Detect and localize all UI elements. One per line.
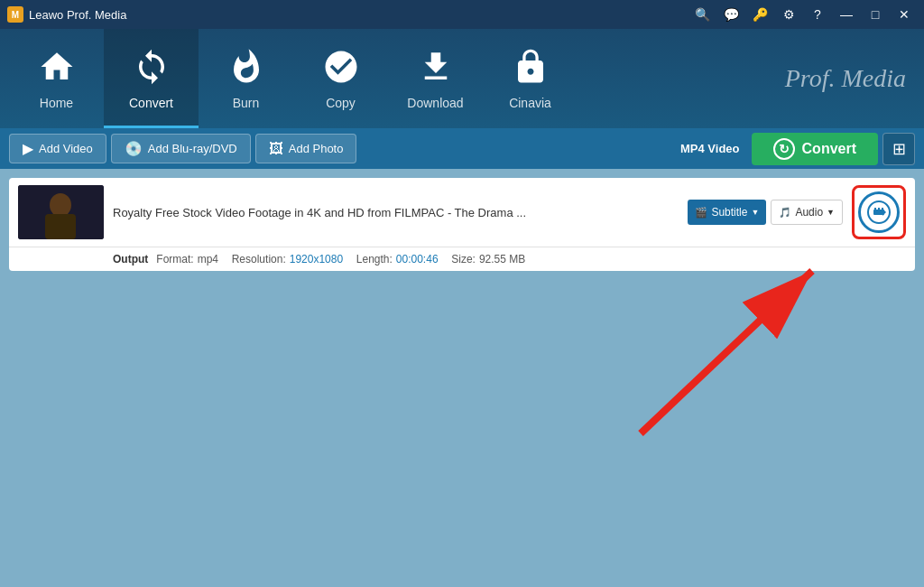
annotation-arrow xyxy=(614,244,866,443)
audio-label: Audio xyxy=(795,206,823,219)
convert-button[interactable]: ↻ Convert xyxy=(752,133,878,165)
nav-label-convert: Convert xyxy=(129,96,173,110)
key-btn[interactable]: 🔑 xyxy=(747,5,772,24)
format-value: mp4 xyxy=(198,253,218,266)
format-label: Format: xyxy=(156,253,193,266)
video-item: Royalty Free Stock Video Footage in 4K a… xyxy=(9,178,915,271)
layout-button[interactable]: ⊞ xyxy=(882,133,915,165)
audio-dropdown[interactable]: 🎵 Audio ▼ xyxy=(771,200,843,225)
burn-icon xyxy=(225,45,268,89)
nav-label-home: Home xyxy=(40,96,73,110)
audio-icon: 🎵 xyxy=(779,207,791,219)
window-controls: 🔍 💬 🔑 ⚙ ? — □ ✕ xyxy=(689,5,917,24)
nav-label-cinavia: Cinavia xyxy=(509,96,551,110)
subtitle-dropdown[interactable]: 🎬 Subtitle ▼ xyxy=(688,200,766,225)
svg-rect-2 xyxy=(45,214,76,239)
settings-btn[interactable]: ⚙ xyxy=(776,5,801,24)
resolution-label: Resolution: xyxy=(232,253,286,266)
app-title: Leawo Prof. Media xyxy=(29,8,126,22)
output-label: Output xyxy=(113,253,148,266)
convert-spin-icon: ↻ xyxy=(773,138,795,160)
video-item-top: Royalty Free Stock Video Footage in 4K a… xyxy=(9,178,915,247)
convert-label: Convert xyxy=(802,141,856,157)
home-icon xyxy=(35,45,79,89)
subtitle-label: Subtitle xyxy=(711,206,747,219)
svg-point-1 xyxy=(50,193,71,217)
video-thumbnail xyxy=(18,185,104,239)
subtitle-chevron-icon: ▼ xyxy=(751,208,759,217)
nav-item-burn[interactable]: Burn xyxy=(199,29,293,128)
size-label: Size: xyxy=(451,253,476,266)
search-btn[interactable]: 🔍 xyxy=(689,5,715,24)
top-nav: Home Convert Burn Copy xyxy=(0,29,924,128)
svg-line-10 xyxy=(641,271,812,433)
help-btn[interactable]: ? xyxy=(805,5,830,24)
chat-btn[interactable]: 💬 xyxy=(718,5,744,24)
add-photo-button[interactable]: 🖼 Add Photo xyxy=(255,134,357,163)
video-title: Royalty Free Stock Video Footage in 4K a… xyxy=(113,206,688,219)
add-video-icon: ▶ xyxy=(23,140,33,157)
nav-item-copy[interactable]: Copy xyxy=(293,29,388,128)
convert-icon xyxy=(130,45,173,89)
nav-item-home[interactable]: Home xyxy=(9,29,104,128)
size-value: 92.55 MB xyxy=(479,253,525,266)
format-display: MP4 Video xyxy=(680,142,740,155)
thumb-inner xyxy=(18,185,104,239)
maximize-btn[interactable]: □ xyxy=(863,5,888,24)
cinavia-icon xyxy=(509,45,552,89)
add-bluray-label: Add Blu-ray/DVD xyxy=(148,142,237,155)
add-video-button[interactable]: ▶ Add Video xyxy=(9,134,106,163)
edit-icon xyxy=(858,191,900,233)
nav-item-download[interactable]: Download xyxy=(388,29,483,128)
nav-label-burn: Burn xyxy=(233,96,260,110)
length-label: Length: xyxy=(356,253,393,266)
resolution-value: 1920x1080 xyxy=(290,253,343,266)
toolbar: ▶ Add Video 💿 Add Blu-ray/DVD 🖼 Add Phot… xyxy=(0,128,924,169)
nav-items: Home Convert Burn Copy xyxy=(9,29,578,128)
add-photo-icon: 🖼 xyxy=(269,141,283,157)
nav-item-cinavia[interactable]: Cinavia xyxy=(483,29,578,128)
video-item-bottom: Output Format: mp4 Resolution: 1920x1080… xyxy=(9,247,915,271)
svg-marker-5 xyxy=(882,209,886,216)
add-video-label: Add Video xyxy=(39,142,93,155)
nav-label-copy: Copy xyxy=(326,96,356,110)
audio-chevron-icon: ▼ xyxy=(827,208,835,217)
video-controls: 🎬 Subtitle ▼ 🎵 Audio ▼ xyxy=(688,200,843,225)
minimize-btn[interactable]: — xyxy=(834,5,859,24)
add-bluray-button[interactable]: 💿 Add Blu-ray/DVD xyxy=(111,134,251,163)
app-logo: M xyxy=(7,6,23,23)
add-photo-label: Add Photo xyxy=(289,142,344,155)
title-bar: M Leawo Prof. Media 🔍 💬 🔑 ⚙ ? — □ ✕ xyxy=(0,0,924,29)
nav-label-download: Download xyxy=(407,96,463,110)
content-area: Royalty Free Stock Video Footage in 4K a… xyxy=(0,169,924,587)
copy-icon xyxy=(319,45,363,89)
close-btn[interactable]: ✕ xyxy=(892,5,917,24)
length-value: 00:00:46 xyxy=(396,253,439,266)
nav-item-convert[interactable]: Convert xyxy=(104,29,199,128)
download-icon xyxy=(414,45,457,89)
brand-text: Prof. Media xyxy=(785,64,906,93)
edit-button[interactable] xyxy=(852,185,906,239)
add-bluray-icon: 💿 xyxy=(125,140,143,157)
subtitle-icon: 🎬 xyxy=(695,207,707,219)
